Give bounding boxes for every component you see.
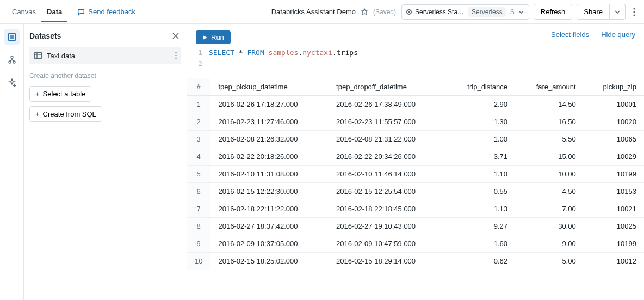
svg-point-0 xyxy=(633,8,635,9)
tree-icon xyxy=(8,56,16,64)
cell-dropoff: 2016-02-15 18:29:14.000 xyxy=(329,253,446,270)
cell-fare: 15.00 xyxy=(515,148,584,166)
share-dropdown-button[interactable] xyxy=(610,4,626,20)
col-header-fare[interactable]: fare_amount xyxy=(515,78,584,96)
run-button[interactable]: Run xyxy=(196,30,231,44)
tab-canvas[interactable]: Canvas xyxy=(7,1,41,22)
dataset-name: Taxi data xyxy=(47,52,75,60)
tab-data[interactable]: Data xyxy=(41,1,67,22)
cell-distance: 2.90 xyxy=(447,96,516,113)
cell-distance: 3.71 xyxy=(447,148,516,166)
close-panel-button[interactable] xyxy=(170,30,181,41)
cell-distance: 9.27 xyxy=(447,218,516,235)
chat-icon xyxy=(77,8,85,16)
col-header-pickup-zip[interactable]: pickup_zip xyxy=(584,78,644,96)
table-header-row: # tpep_pickup_datetime tpep_dropoff_date… xyxy=(187,78,644,96)
kebab-icon xyxy=(633,8,635,16)
notebook-title[interactable]: Databricks Assistant Demo xyxy=(271,8,356,16)
cell-distance: 1.13 xyxy=(447,200,516,218)
cell-pickup: 2016-02-23 11:27:46.000 xyxy=(210,113,329,131)
svg-point-8 xyxy=(9,61,11,63)
cell-pickup-zip: 10025 xyxy=(584,218,644,235)
cell-pickup-zip: 10001 xyxy=(584,96,644,113)
table-row[interactable]: 52016-02-10 11:31:08.0002016-02-10 11:46… xyxy=(187,166,644,183)
table-row[interactable]: 42016-02-22 20:18:26.0002016-02-22 20:34… xyxy=(187,148,644,166)
cell-fare: 16.50 xyxy=(515,113,584,131)
cell-pickup: 2016-02-22 20:18:26.000 xyxy=(210,148,329,166)
share-button-group: Share xyxy=(577,4,626,20)
cell-dropoff: 2016-02-10 11:46:14.000 xyxy=(329,166,446,183)
rail-schema-button[interactable] xyxy=(4,52,20,68)
rail-datasets-button[interactable] xyxy=(4,29,20,45)
table-row[interactable]: 62016-02-15 12:22:30.0002016-02-15 12:25… xyxy=(187,183,644,200)
kebab-icon xyxy=(175,52,177,59)
cell-distance: 0.62 xyxy=(447,253,516,270)
cell-distance: 0.55 xyxy=(447,183,516,200)
share-button[interactable]: Share xyxy=(577,4,610,20)
line-number: 2 xyxy=(196,58,209,69)
compute-selector[interactable]: Serverless Sta… Serverless S xyxy=(401,4,529,20)
table-row[interactable]: 82016-02-27 18:37:42.0002016-02-27 19:10… xyxy=(187,218,644,235)
sql-editor[interactable]: 1 SELECT * FROM samples.nyctaxi.trips 2 xyxy=(187,44,644,78)
query-toolbar: Run Select fields Hide query xyxy=(187,24,644,44)
hide-query-link[interactable]: Hide query xyxy=(601,30,635,39)
svg-point-14 xyxy=(175,55,177,57)
table-row[interactable]: 22016-02-23 11:27:46.0002016-02-23 11:55… xyxy=(187,113,644,131)
cell-fare: 14.50 xyxy=(515,96,584,113)
col-header-distance[interactable]: trip_distance xyxy=(447,78,516,96)
cell-fare: 7.00 xyxy=(515,200,584,218)
notebook-title-area: Databricks Assistant Demo (Saved) xyxy=(271,8,396,16)
left-rail xyxy=(0,24,24,300)
view-tabs: Canvas Data xyxy=(7,1,67,22)
row-index: 4 xyxy=(187,148,210,166)
row-index: 9 xyxy=(187,235,210,253)
dataset-item[interactable]: Taxi data xyxy=(29,47,181,64)
results-table-wrapper[interactable]: # tpep_pickup_datetime tpep_dropoff_date… xyxy=(187,78,644,300)
row-index: 2 xyxy=(187,113,210,131)
sparkle-icon xyxy=(8,78,16,87)
row-index: 3 xyxy=(187,131,210,148)
svg-point-1 xyxy=(633,11,635,13)
row-index: 10 xyxy=(187,253,210,270)
cell-dropoff: 2016-02-27 19:10:43.000 xyxy=(329,218,446,235)
cell-fare: 4.50 xyxy=(515,183,584,200)
send-feedback-link[interactable]: Send feedback xyxy=(77,8,135,16)
dataset-more-button[interactable] xyxy=(175,52,177,59)
rail-assistant-button[interactable] xyxy=(4,75,20,90)
main-content: Run Select fields Hide query 1 SELECT * … xyxy=(187,24,644,300)
table-row[interactable]: 102016-02-15 18:25:02.0002016-02-15 18:2… xyxy=(187,253,644,270)
cell-pickup: 2016-02-27 18:37:42.000 xyxy=(210,218,329,235)
compute-status-icon xyxy=(406,9,412,15)
col-header-pickup[interactable]: tpep_pickup_datetime xyxy=(210,78,329,96)
create-dataset-hint: Create another dataset xyxy=(29,72,181,79)
select-table-button[interactable]: + Select a table xyxy=(29,86,91,102)
svg-point-7 xyxy=(11,56,13,58)
refresh-button[interactable]: Refresh xyxy=(534,4,573,20)
cell-distance: 1.00 xyxy=(447,131,516,148)
top-bar: Canvas Data Send feedback Databricks Ass… xyxy=(0,0,644,24)
table-row[interactable]: 72016-02-18 22:11:22.0002016-02-18 22:18… xyxy=(187,200,644,218)
create-from-sql-button[interactable]: + Create from SQL xyxy=(29,106,102,122)
cell-pickup-zip: 10012 xyxy=(584,253,644,270)
cell-fare: 5.00 xyxy=(515,253,584,270)
favorite-star-icon[interactable] xyxy=(360,8,369,16)
cell-pickup-zip: 10065 xyxy=(584,131,644,148)
cell-distance: 1.30 xyxy=(447,113,516,131)
cell-pickup-zip: 10153 xyxy=(584,183,644,200)
svg-point-2 xyxy=(633,14,635,16)
cell-dropoff: 2016-02-08 21:31:22.000 xyxy=(329,131,446,148)
cell-pickup: 2016-02-10 11:31:08.000 xyxy=(210,166,329,183)
cell-dropoff: 2016-02-15 12:25:54.000 xyxy=(329,183,446,200)
row-index: 7 xyxy=(187,200,210,218)
table-row[interactable]: 92016-02-09 10:37:05.0002016-02-09 10:47… xyxy=(187,235,644,253)
cell-dropoff: 2016-02-23 11:55:57.000 xyxy=(329,113,446,131)
cell-dropoff: 2016-02-09 10:47:59.000 xyxy=(329,235,446,253)
col-header-index[interactable]: # xyxy=(187,78,210,96)
cell-pickup-zip: 10029 xyxy=(584,148,644,166)
select-fields-link[interactable]: Select fields xyxy=(551,30,589,39)
col-header-dropoff[interactable]: tpep_dropoff_datetime xyxy=(329,78,446,96)
table-row[interactable]: 12016-02-26 17:18:27.0002016-02-26 17:38… xyxy=(187,96,644,113)
svg-point-15 xyxy=(175,58,177,59)
table-row[interactable]: 32016-02-08 21:26:32.0002016-02-08 21:31… xyxy=(187,131,644,148)
more-menu-button[interactable] xyxy=(631,5,637,19)
